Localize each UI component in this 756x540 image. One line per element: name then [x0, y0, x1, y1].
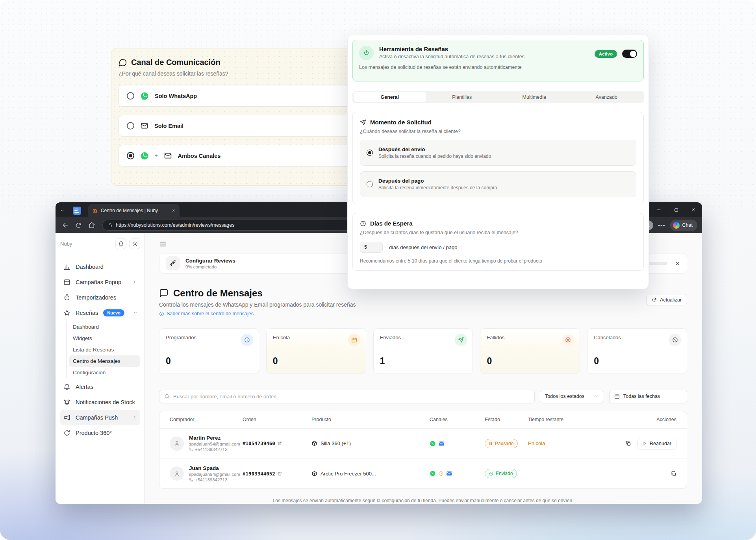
- option-despues-del-envio[interactable]: Después del envío Solicita la reseña cua…: [360, 140, 636, 166]
- sidebar-item-producto-360[interactable]: Producto 360°: [60, 425, 140, 440]
- tab-close-icon[interactable]: [171, 208, 176, 213]
- timer-icon: [63, 294, 70, 301]
- vertical-tabs-icon[interactable]: [69, 204, 85, 217]
- tab-avanzado[interactable]: Avanzado: [571, 92, 643, 102]
- sidebar-item-dashboard[interactable]: Dashboard: [60, 259, 140, 274]
- sidebar-subitem-centro-de-mensajes[interactable]: Centro de Mensajes: [69, 355, 140, 367]
- search-input[interactable]: [173, 394, 530, 399]
- time-remaining: —: [528, 471, 615, 477]
- pending-clock-icon: [438, 471, 444, 476]
- page-subtitle: Controla los mensajes de WhatsApp y Emai…: [159, 301, 646, 308]
- theme-sun-button[interactable]: [129, 238, 140, 249]
- whatsapp-icon: [140, 92, 149, 100]
- sidebar-item-campanas-push[interactable]: Campañas Push: [60, 410, 140, 425]
- sidebar-item-notificaciones-stock[interactable]: Notificaciones de Stock: [60, 394, 140, 410]
- message-bubble-icon: [119, 58, 127, 67]
- momento-section: Momento de Solicitud ¿Cuándo deseas soli…: [352, 112, 644, 204]
- nuby-favicon: n: [93, 207, 97, 214]
- popup-window-icon: [63, 279, 70, 286]
- active-badge: Activo: [595, 50, 617, 58]
- x-circle-icon: [562, 334, 574, 346]
- nuevo-badge: Nuevo: [103, 309, 124, 316]
- copilot-logo-icon: [673, 222, 680, 229]
- browser-tab[interactable]: n Centro de Mensajes | Nuby: [88, 204, 180, 217]
- sidebar-item-temporizadores[interactable]: Temporizadores: [60, 290, 140, 305]
- days-input[interactable]: [360, 242, 383, 253]
- tab-general[interactable]: General: [354, 92, 426, 102]
- dias-section: Días de Espera ¿Después de cuántos días …: [352, 213, 644, 271]
- date-filter[interactable]: Todas las fechas: [609, 390, 687, 403]
- play-icon: [643, 441, 647, 446]
- chevron-down-icon: [133, 310, 138, 315]
- radio-unselected[interactable]: [367, 181, 373, 187]
- minimize-icon[interactable]: [650, 202, 667, 217]
- external-link-icon[interactable]: [278, 472, 282, 476]
- sidebar-item-alertas[interactable]: Alertas: [60, 379, 140, 394]
- status-filter-select[interactable]: Todos los estados: [540, 390, 604, 403]
- whatsapp-icon: [430, 440, 436, 447]
- table-footer-note: Los mensajes se envían automáticamente s…: [159, 498, 687, 503]
- sidebar-subitem-widgets[interactable]: Widgets: [69, 333, 140, 344]
- refresh-button[interactable]: Actualizar: [646, 294, 687, 305]
- back-icon[interactable]: [60, 220, 70, 230]
- whatsapp-icon: [430, 470, 436, 477]
- sidebar-item-resenas[interactable]: Reseñas Nuevo: [60, 305, 140, 320]
- ban-icon: [669, 334, 681, 346]
- radio-selected[interactable]: [367, 150, 373, 156]
- maximize-icon[interactable]: [667, 202, 685, 217]
- time-remaining: En cola: [528, 440, 615, 446]
- external-link-icon[interactable]: [278, 441, 282, 446]
- buyer-phone: +541139342713: [195, 447, 228, 452]
- sidebar-subitem-configuracion[interactable]: Configuración: [69, 367, 140, 378]
- radio-selected[interactable]: [127, 152, 134, 159]
- reviews-tool-card: Herramienta de Reseñas Activa o desactiv…: [352, 40, 644, 81]
- tab-search-chevron-icon[interactable]: [56, 204, 69, 217]
- copy-icon[interactable]: [671, 471, 676, 477]
- package-icon: [311, 440, 317, 446]
- calendar-icon: [348, 334, 360, 346]
- sidebar-subitem-dashboard[interactable]: Dashboard: [69, 321, 140, 333]
- onboarding-progress-label: 0% completado: [185, 264, 235, 269]
- refresh-icon[interactable]: [74, 220, 83, 230]
- tab-plantillas[interactable]: Plantillas: [426, 92, 498, 102]
- bell-ring-icon: [63, 399, 70, 406]
- chevron-down-icon: [594, 394, 599, 399]
- search-box[interactable]: [159, 390, 535, 403]
- buyer-email: spadajuan94@gmail.com: [189, 472, 240, 477]
- option-despues-del-pago[interactable]: Después del pago Solicita la reseña inme…: [360, 171, 636, 197]
- browser-menu-icon[interactable]: •••: [656, 222, 667, 229]
- power-icon: [359, 46, 374, 60]
- learn-more-link[interactable]: Saber más sobre el centro de mensajes: [159, 311, 254, 316]
- notifications-bell-button[interactable]: [115, 238, 126, 249]
- radio-unselected[interactable]: [127, 92, 134, 100]
- sidebar-item-campanas-popup[interactable]: Campañas Popup: [60, 274, 140, 290]
- bar-chart-icon: [63, 263, 70, 270]
- copilot-chat-button[interactable]: Chat: [670, 220, 697, 231]
- dismiss-close-icon[interactable]: [674, 261, 680, 266]
- phone-icon: [189, 448, 193, 451]
- copy-icon[interactable]: [625, 440, 631, 446]
- tab-multimedia[interactable]: Multimedia: [498, 92, 571, 102]
- active-toggle[interactable]: [622, 50, 637, 58]
- resume-button[interactable]: Reanudar: [637, 438, 676, 449]
- days-input-label: días después del envío / pago: [389, 244, 457, 250]
- pause-icon: [489, 442, 493, 446]
- page-title: Centro de Mensajes: [173, 288, 263, 299]
- avatar: [170, 436, 184, 451]
- avatar: [170, 466, 184, 481]
- table-row: Juan Spada spadajuan94@gmail.com +541139…: [159, 459, 687, 488]
- close-window-icon[interactable]: [685, 202, 702, 217]
- rotate-icon: [63, 429, 70, 436]
- channel-option-label: Ambos Canales: [178, 153, 221, 159]
- calendar-icon: [614, 394, 620, 399]
- buyer-name: Martin Perez: [189, 435, 240, 441]
- home-icon[interactable]: [87, 220, 97, 230]
- lock-icon: [108, 223, 113, 227]
- sidebar-subitem-lista-de-resenas[interactable]: Lista de Reseñas: [69, 344, 140, 355]
- buyer-phone: +541139342713: [195, 477, 228, 482]
- radio-unselected[interactable]: [127, 122, 134, 129]
- phone-icon: [189, 478, 193, 482]
- onboarding-title: Configurar Reviews: [185, 258, 235, 264]
- check-circle-icon: [489, 472, 493, 476]
- window-controls: [650, 202, 702, 217]
